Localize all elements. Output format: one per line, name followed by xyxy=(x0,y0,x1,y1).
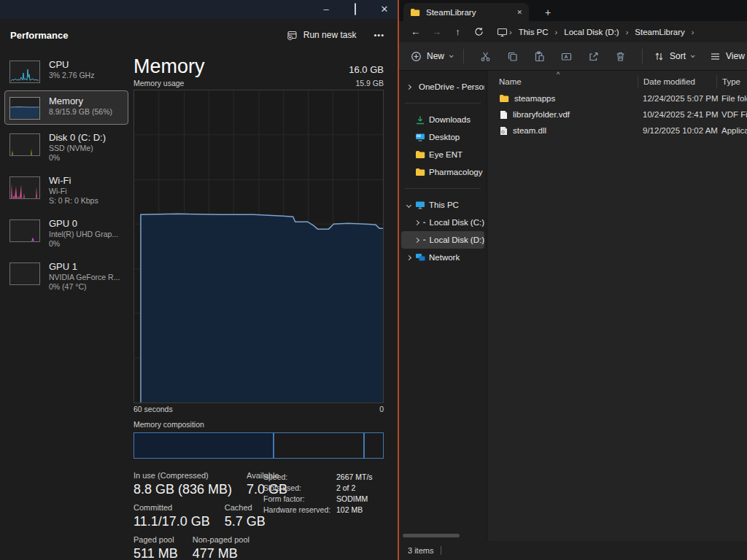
file-row-steamapps[interactable]: steamapps 12/24/2025 5:07 PM File folder xyxy=(487,90,747,106)
sidebar-item-sub2: 0% xyxy=(49,239,118,249)
drive-icon xyxy=(423,236,426,244)
file-name: steamapps xyxy=(514,94,555,103)
maximize-icon[interactable] xyxy=(349,6,361,13)
file-type: Application xyxy=(716,126,747,135)
refresh-button[interactable] xyxy=(468,27,489,36)
this-pc-icon xyxy=(415,201,425,209)
breadcrumb-this-pc[interactable]: This PC xyxy=(514,28,554,36)
sidebar-item-memory[interactable]: Memory 8.9/15.9 GB (56%) xyxy=(4,90,128,125)
gpu1-mini-chart xyxy=(9,262,40,285)
chevron-right-icon[interactable] xyxy=(406,84,411,89)
sidebar-item-label: Wi-Fi xyxy=(49,175,98,187)
forward-button[interactable]: → xyxy=(426,26,447,37)
sidebar-item-wifi[interactable]: Wi-Fi Wi-Fi S: 0 R: 0 Kbps xyxy=(4,170,128,211)
close-icon[interactable]: ✕ xyxy=(379,6,390,13)
memory-mini-chart xyxy=(9,97,40,120)
cut-icon xyxy=(480,51,491,62)
stat-in-use: In use (Compressed) 8.8 GB (836 MB) xyxy=(133,471,232,497)
sidebar-item-label: This PC xyxy=(429,201,459,209)
rename-button[interactable] xyxy=(553,51,580,62)
sidebar-item-downloads[interactable]: Downloads xyxy=(401,111,484,128)
explorer-sidebar: OneDrive - Persona Downloads xyxy=(399,71,487,541)
file-name: libraryfolder.vdf xyxy=(513,110,570,119)
share-icon xyxy=(588,51,599,62)
network-icon xyxy=(415,253,425,262)
run-new-task-label: Run new task xyxy=(303,30,357,40)
breadcrumb-steamlibrary[interactable]: SteamLibrary xyxy=(630,28,689,36)
run-new-task-button[interactable]: Run new task xyxy=(287,30,357,41)
sidebar-item-label: Memory xyxy=(49,96,112,107)
sidebar-item-cpu[interactable]: CPU 3% 2.76 GHz xyxy=(4,54,128,88)
memory-total: 16.0 GB xyxy=(349,64,384,75)
chevron-down-icon[interactable] xyxy=(406,202,411,207)
explorer-nav-bar: ← → ↑ › This PC › Local Disk (D:) › xyxy=(399,21,747,42)
chevron-right-icon[interactable]: › xyxy=(690,28,696,36)
stat-cached: Cached 5.7 GB xyxy=(225,503,266,529)
sidebar-item-gpu0[interactable]: GPU 0 Intel(R) UHD Grap... 0% xyxy=(4,213,128,254)
folder-icon xyxy=(415,150,425,159)
file-row-libraryfolder[interactable]: libraryfolder.vdf 10/24/2025 2:41 PM VDF… xyxy=(487,106,747,122)
sort-button[interactable]: Sort xyxy=(651,51,697,62)
memory-usage-label: Memory usage xyxy=(133,79,184,88)
chevron-right-icon[interactable] xyxy=(406,254,411,260)
memory-composition-bar[interactable] xyxy=(133,432,384,459)
file-row-steam-dll[interactable]: steam.dll 9/12/2025 10:02 AM Application xyxy=(487,122,747,139)
task-manager-titlebar[interactable]: – ✕ xyxy=(0,0,398,19)
column-header-type[interactable]: Type xyxy=(716,75,747,88)
stat-non-paged-pool: Non-paged pool 477 MB xyxy=(193,535,249,560)
disk-mini-chart xyxy=(9,133,40,156)
chevron-right-icon[interactable] xyxy=(414,237,419,242)
more-options-button[interactable]: ••• xyxy=(374,31,384,39)
sidebar-item-local-disk-d[interactable]: Local Disk (D:) xyxy=(401,231,484,249)
file-type: File folder xyxy=(716,94,747,103)
sidebar-item-pharmacology[interactable]: Pharmacology xyxy=(401,163,484,181)
chevron-right-icon: › xyxy=(624,28,630,36)
sidebar-item-onedrive[interactable]: OneDrive - Persona xyxy=(401,78,484,96)
explorer-tab[interactable]: SteamLibrary ✕ xyxy=(403,3,529,21)
breadcrumb: › This PC › Local Disk (D:) › SteamLibra… xyxy=(497,27,695,37)
cpu-mini-chart xyxy=(9,61,40,83)
sidebar-item-network[interactable]: Network xyxy=(401,249,484,266)
sidebar-item-local-disk-c[interactable]: Local Disk (C:) xyxy=(401,214,484,231)
sidebar-item-gpu1[interactable]: GPU 1 NVIDIA GeForce R... 0% (47 °C) xyxy=(4,256,128,297)
sidebar-item-eye-ent[interactable]: Eye ENT xyxy=(401,146,484,163)
sidebar-item-label: Local Disk (C:) xyxy=(430,218,484,227)
sidebar-scrollbar[interactable] xyxy=(403,534,460,537)
column-header-date-modified[interactable]: Date modified xyxy=(638,75,716,88)
sidebar-item-sub2: 0% (47 °C) xyxy=(49,282,120,292)
copy-button[interactable] xyxy=(499,51,526,62)
delete-button[interactable] xyxy=(607,51,634,62)
sidebar-item-label: GPU 0 xyxy=(49,218,118,230)
new-plus-icon xyxy=(411,51,422,62)
sidebar-item-desktop[interactable]: Desktop xyxy=(401,128,484,146)
sidebar-item-disk0[interactable]: Disk 0 (C: D:) SSD (NVMe) 0% xyxy=(4,127,128,168)
cut-button[interactable] xyxy=(472,51,499,62)
column-header-name[interactable]: Name ^ xyxy=(487,77,638,86)
back-button[interactable]: ← xyxy=(405,26,426,37)
paste-icon xyxy=(534,51,545,62)
this-pc-icon xyxy=(497,27,508,37)
chevron-right-icon[interactable] xyxy=(414,219,419,225)
minimize-icon[interactable]: – xyxy=(320,6,332,13)
sidebar-item-label: Downloads xyxy=(429,115,471,124)
sidebar-item-label: Pharmacology xyxy=(429,168,483,176)
delete-icon xyxy=(615,51,626,62)
sidebar-item-sub: Wi-Fi xyxy=(49,187,98,196)
sidebar-item-this-pc[interactable]: This PC xyxy=(401,196,484,214)
breadcrumb-local-disk-d[interactable]: Local Disk (D:) xyxy=(559,28,624,36)
new-tab-button[interactable]: + xyxy=(539,3,557,21)
view-button[interactable]: View xyxy=(707,51,747,62)
paste-button[interactable] xyxy=(526,51,553,62)
chevron-right-icon: › xyxy=(508,28,514,36)
new-button-label: New xyxy=(427,51,444,61)
sidebar-item-sub: 3% 2.76 GHz xyxy=(49,71,94,80)
up-button[interactable]: ↑ xyxy=(447,26,468,37)
explorer-toolbar: New xyxy=(399,42,747,71)
run-new-task-icon xyxy=(287,30,298,41)
tab-close-icon[interactable]: ✕ xyxy=(516,9,522,16)
new-button[interactable]: New xyxy=(408,51,455,62)
sidebar-item-label: CPU xyxy=(49,59,94,71)
file-date: 10/24/2025 2:41 PM xyxy=(638,110,716,119)
explorer-tab-bar: SteamLibrary ✕ + xyxy=(399,0,747,21)
share-button[interactable] xyxy=(580,51,607,62)
